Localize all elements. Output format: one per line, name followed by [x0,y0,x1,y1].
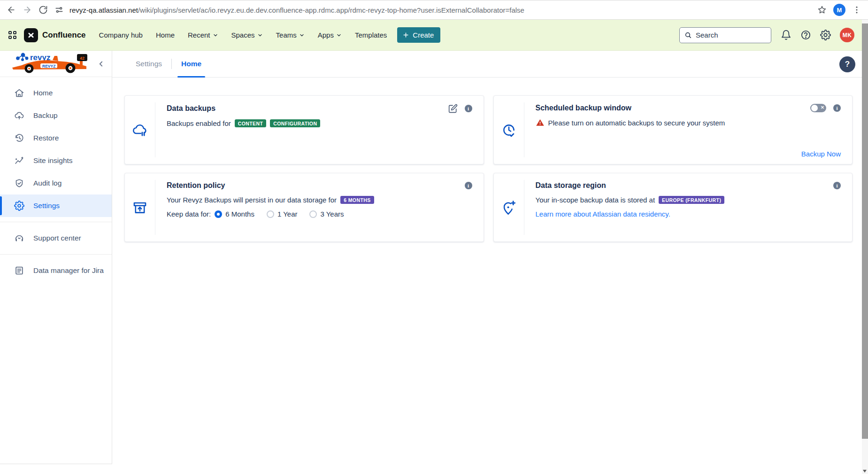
nav-items: Company hub Home Recent Spaces Teams App… [99,31,387,39]
clock-check-icon [501,122,517,138]
sidebar-item-site-insights[interactable]: Site insights [0,149,112,172]
chevron-down-icon [336,32,342,38]
shield-check-icon [14,178,24,188]
screen: revyz-qa.atlassian.net/wiki/plugins/serv… [0,0,868,474]
badge-storage-region: EUROPE (FRANKFURT) [659,196,724,204]
document-list-icon [14,265,24,276]
card-body: Data backups i Backups enabled for CONTE… [155,96,484,164]
confluence-nav: Confluence Company hub Home Recent Space… [0,20,862,51]
sidebar-item-audit-log[interactable]: Audit log [0,172,112,194]
svg-text:42: 42 [80,55,84,60]
sidebar: revyz 42 REVYZ [0,51,112,464]
bookmark-star-icon[interactable] [817,5,827,15]
search-input[interactable] [696,31,766,39]
plus-icon [402,31,409,39]
toggle-x-icon: ✕ [821,105,824,110]
sidebar-item-data-manager-jira[interactable]: Data manager for Jira [0,259,112,282]
sidebar-divider [0,222,112,222]
card-icon-col [494,96,524,164]
card-title: Data backups [167,104,215,113]
browser-menu-icon[interactable] [852,5,861,15]
data-residency-link[interactable]: Learn more about Atlassian data residenc… [536,210,670,218]
nav-apps[interactable]: Apps [318,31,342,39]
chevron-down-icon [213,32,218,38]
page-help-button[interactable]: ? [839,56,855,72]
card-data-storage-region: Data storage region i Your in-scope back… [493,173,853,242]
tab-settings[interactable]: Settings [133,51,165,77]
sidebar-item-home[interactable]: Home [0,82,112,104]
retention-radio-group: 6 Months 1 Year 3 Years [215,210,344,218]
confluence-logo-icon[interactable] [24,28,38,42]
home-icon [14,88,24,98]
edit-pencil-icon[interactable] [448,104,458,113]
nav-spaces[interactable]: Spaces [231,31,263,39]
nav-company-hub[interactable]: Company hub [99,31,143,39]
keep-data-label: Keep data for: [167,210,211,218]
sidebar-menu: Home Backup Restore Site insights Audit … [0,77,112,282]
confluence-brand[interactable]: Confluence [42,31,86,40]
app-switcher-icon[interactable] [8,31,16,39]
url-path: /wiki/plugins/servlet/ac/io.revyz.eu.de.… [138,6,524,14]
info-icon[interactable]: i [465,182,472,189]
browser-reload-icon[interactable] [38,5,48,15]
card-scheduled-backup-window: Scheduled backup window ✕ i Please turn … [493,95,853,164]
molecule-icon [16,53,28,61]
info-icon[interactable]: i [465,105,472,112]
main-content: Settings Home ? Data backups [112,51,862,474]
nav-teams[interactable]: Teams [276,31,305,39]
sidebar-item-restore[interactable]: Restore [0,127,112,149]
card-title: Scheduled backup window [536,104,631,112]
insights-trend-icon [14,155,24,166]
nav-home[interactable]: Home [156,31,175,39]
card-body: Scheduled backup window ✕ i Please turn … [524,96,853,164]
address-bar[interactable]: revyz-qa.atlassian.net/wiki/plugins/serv… [54,5,811,15]
sidebar-item-settings[interactable]: Settings [0,194,112,217]
card-body: Retention policy i Your Revyz Backups wi… [155,173,484,241]
backup-now-link[interactable]: Backup Now [801,150,841,158]
archive-upload-icon [132,200,148,216]
card-title: Retention policy [167,181,225,190]
chevron-down-icon [257,32,263,38]
sidebar-collapse-icon[interactable] [97,60,105,68]
scrollbar-down-arrow[interactable] [863,470,867,473]
url-domain: revyz-qa.atlassian.net [69,6,138,14]
notifications-bell-icon[interactable] [781,30,791,40]
restore-history-icon [14,133,24,143]
url-text: revyz-qa.atlassian.net/wiki/plugins/serv… [69,6,524,14]
radio-button-checked[interactable] [215,210,222,218]
nav-recent[interactable]: Recent [188,31,218,39]
help-icon[interactable] [800,30,811,40]
scheduled-warning-text: Please turn on automatic backups to secu… [548,119,725,127]
card-icon-col [494,173,524,241]
info-icon[interactable]: i [833,104,841,112]
radio-button[interactable] [309,210,317,218]
browser-back-icon[interactable] [7,5,16,15]
search-box[interactable] [679,27,771,43]
retention-lead-text: Your Revyz Backups will persist in our d… [167,196,337,204]
browser-profile-avatar[interactable]: M [833,4,845,16]
radio-3-years[interactable]: 3 Years [309,210,344,218]
radio-6-months[interactable]: 6 Months [215,210,254,218]
cloud-pause-icon [132,122,148,138]
create-button[interactable]: Create [397,27,440,43]
svg-text:REVYZ: REVYZ [42,63,55,68]
user-avatar[interactable]: MK [840,28,854,42]
sidebar-divider [0,254,112,255]
sidebar-item-backup[interactable]: Backup [0,104,112,127]
toggle-knob [811,105,818,111]
scrollbar-thumb[interactable] [862,23,868,439]
info-icon[interactable]: i [833,182,841,189]
app-shell: revyz 42 REVYZ [0,51,862,474]
radio-1-year[interactable]: 1 Year [267,210,298,218]
headset-icon [14,233,24,243]
sidebar-item-support-center[interactable]: Support center [0,227,112,249]
nav-templates[interactable]: Templates [355,31,387,39]
radio-button[interactable] [267,210,274,218]
automatic-backup-toggle[interactable]: ✕ [810,104,826,112]
browser-forward-icon[interactable] [23,5,32,15]
tab-home[interactable]: Home [178,51,204,77]
gear-icon[interactable] [820,30,831,40]
card-icon-col [125,96,155,164]
cards-grid: Data backups i Backups enabled for CONTE… [124,95,853,242]
site-settings-icon[interactable] [54,5,64,15]
